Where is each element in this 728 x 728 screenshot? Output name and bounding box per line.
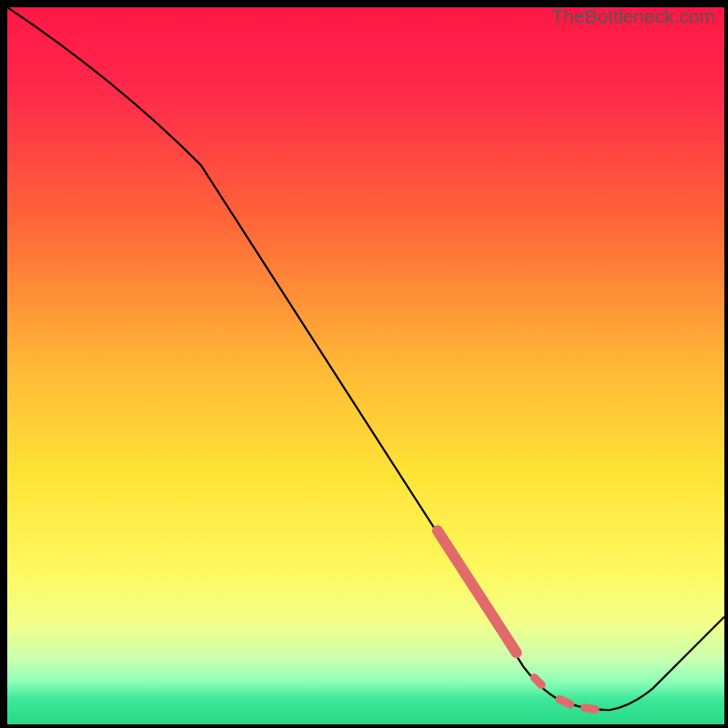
svg-line-1: [534, 678, 541, 685]
svg-line-3: [584, 708, 595, 710]
chart-area: [5, 5, 726, 726]
gradient-background: [7, 7, 724, 724]
svg-line-2: [560, 699, 571, 704]
watermark-text: TheBottleneck.com: [551, 5, 715, 27]
chart-svg: [7, 7, 724, 724]
